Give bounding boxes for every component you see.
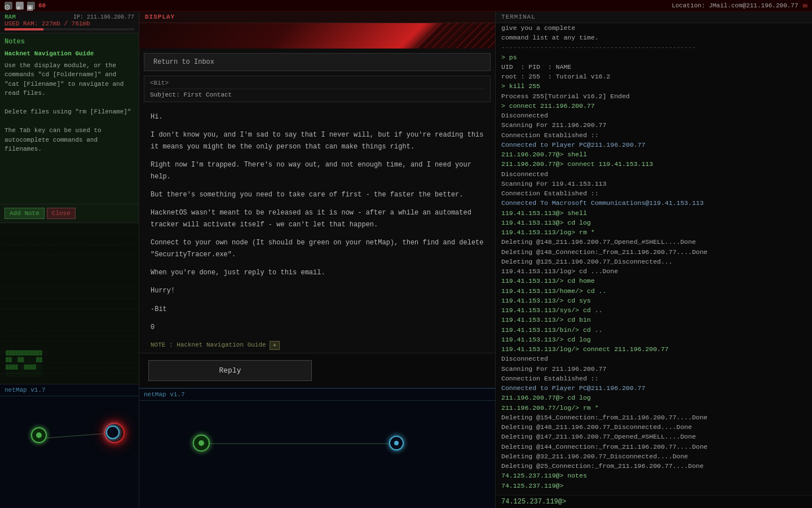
email-body-p6: Connect to your own node (It should be g… [151,237,484,260]
reply-button[interactable]: Reply [148,360,312,381]
terminal-line: Disconnected [501,354,806,364]
terminal-line: Deleting @25_Connection:_from_211.196.20… [501,461,806,471]
terminal-line: Connection Established :: [501,130,806,140]
terminal-input[interactable] [568,498,806,506]
netmap-bottom-canvas[interactable] [139,401,495,507]
terminal-line: 211.196.200.77@> shell [501,150,806,159]
terminal-line: 211.196.200.77@> connect 119.41.153.113 [501,159,806,169]
reply-section: Reply [139,353,495,388]
terminal-line: Scanning For 211.196.200.77 [501,120,806,130]
display-banner [139,23,495,49]
topbar-left: ⚙ ★ ▣ 60 [5,2,46,10]
mail-icon[interactable]: ✉ [803,1,807,10]
file-icon[interactable]: ▣ [27,2,35,10]
star-icon[interactable]: ★ [16,2,24,10]
notes-content: Hacknet Navigation Guide Use the display… [5,49,134,154]
terminal-line: 119.41.153.113/> cd home [501,276,806,286]
topbar-right: Location: JMail.com@211.196.200.77 ✉ [672,1,807,10]
netmap-bottom-blue[interactable] [389,436,404,450]
terminal-body: this tutorial program andkill it.The "he… [496,23,812,495]
email-sig1: Hurry! [151,285,484,296]
terminal-line: 119.41.153.113/> cd log [501,335,806,344]
terminal-line: 119.41.153.113/log/> connect 211.196.200… [501,344,806,354]
terminal-line: Disconnected [501,169,806,179]
terminal-line: Deleting @148_211.196.200.77_Opened_#SHE… [501,237,806,247]
svg-line-0 [46,433,114,438]
notes-title: Notes [5,38,134,46]
netmap-bottom-title: netMap v1.7 [139,389,495,401]
notes-heading: Hacknet Navigation Guide [5,49,134,59]
terminal-line: Connection Established :: [501,189,806,198]
decorative-text: ████████████ ██░░██░░░░██ ████░░████░░ ░… [6,350,42,378]
terminal-line: 211.196.200.77@> cd log [501,393,806,402]
email-body: Hi. I don't know you, and I'm sad to say… [139,102,495,353]
terminal-prompt-label: 74.125.237.119@> [501,498,566,506]
ram-used: USED RAM: 227mb / 761mb [5,20,90,27]
middle-panel: DISPLAY Return to Inbox <Bit> Subject: F… [139,11,496,508]
terminal-line: Deleting @148_Connection:_from_211.196.2… [501,247,806,257]
terminal-line: > ps [501,52,806,62]
terminal-line: 119.41.153.113/> cd sys [501,296,806,305]
terminal-line: Deleting @154_Connection:_from_211.196.2… [501,413,806,422]
display-header: DISPLAY [139,11,495,23]
close-note-button[interactable]: Close [47,208,76,219]
ram-section: RAM IP: 211.196.200.77 USED RAM: 227mb /… [0,11,139,33]
netmap-bottom-green[interactable] [193,435,210,452]
netmap-node-green[interactable] [31,427,47,443]
terminal-line: 119.41.153.113/home/> cd .. [501,286,806,296]
terminal-line: 119.41.153.113@> shell [501,208,806,218]
terminal-header: TERMINAL [496,11,812,23]
email-body-p4: But there's something you need to take c… [151,189,484,200]
note-text: NOTE : Hacknet Navigation Guide [151,340,266,351]
terminal-line: 119.41.153.113/> cd bin [501,315,806,325]
terminal-line: Process 255[Tutorial v16.2] Ended [501,91,806,101]
terminal-line: 119.41.153.113/log> rm * [501,227,806,237]
terminal-line: Connected To Macrosoft Communications@11… [501,198,806,208]
ram-title: RAM [5,14,16,20]
email-body-p7: When you're done, just reply to this ema… [151,267,484,278]
terminal-line: ----------------------------------------… [501,42,806,52]
notes-body: Use the display module, or the commands … [5,62,131,153]
ram-bar [5,28,134,30]
email-body-p2: I don't know you, and I'm sad to say tha… [151,129,484,152]
add-note-button[interactable]: Add Note [5,208,45,219]
terminal-line: Connected to Player PC@211.196.200.77 [501,383,806,393]
email-note: NOTE : Hacknet Navigation Guide + [151,340,484,351]
location-label: Location: JMail.com@211.196.200.77 [672,2,798,9]
terminal-line: > kill 255 [501,81,806,91]
terminal-line: 74.125.237.119@> notes [501,471,806,480]
return-inbox-button[interactable]: Return to Inbox [144,53,491,71]
terminal-line: Deleting @144_Connection:_from_211.196.2… [501,442,806,452]
terminal-line: Connection Established :: [501,374,806,383]
email-body-p3: Right now I'm trapped. There's no way ou… [151,159,484,182]
terminal-line: Deleting @125_211.196.200.77_Disconnecte… [501,257,806,266]
email-subject: Subject: First Contact [150,91,484,98]
terminal-line: > connect 211.196.200.77 [501,101,806,111]
terminal-line: give you a complete [501,23,806,33]
netmap-node-blue[interactable] [106,426,120,439]
terminal-line: Deleting @148_211.196.200.77_Disconnecte… [501,422,806,432]
terminal-line: Scanning For 211.196.200.77 [501,364,806,374]
terminal-line: root : 255 : Tutorial v16.2 [501,72,806,81]
settings-icon[interactable]: ⚙ [5,2,12,10]
notes-section: Notes Hacknet Navigation Guide Use the d… [0,33,139,204]
email-body-p5: HacknetOS wasn't meant to be released as… [151,207,484,230]
terminal-line: Deleting @32_211.196.200.77_Disconnected… [501,452,806,461]
notes-buttons: Add Note Close [0,204,139,223]
terminal-line: 119.41.153.113/sys/> cd .. [501,305,806,315]
terminal-line: Disconnected [501,111,806,120]
right-panel: TERMINAL this tutorial program andkill i… [496,11,812,508]
left-panel: RAM IP: 211.196.200.77 USED RAM: 227mb /… [0,11,139,508]
terminal-line: 74.125.237.119@> [501,481,806,491]
terminal-input-row[interactable]: 74.125.237.119@> [496,495,812,508]
main-layout: RAM IP: 211.196.200.77 USED RAM: 227mb /… [0,11,812,508]
task-count: 60 [38,2,46,9]
ram-bar-fill [5,28,43,30]
terminal-line: 211.196.200.77/log/> rm * [501,403,806,413]
note-plus-button[interactable]: + [270,341,280,350]
terminal-line: 119.41.153.113/log> cd ...Done [501,266,806,276]
terminal-line: command list at any time. [501,33,806,42]
netmap-left-canvas[interactable] [0,396,139,507]
topbar: ⚙ ★ ▣ 60 Location: JMail.com@211.196.200… [0,0,812,11]
email-sig2: -Bit [151,304,484,315]
